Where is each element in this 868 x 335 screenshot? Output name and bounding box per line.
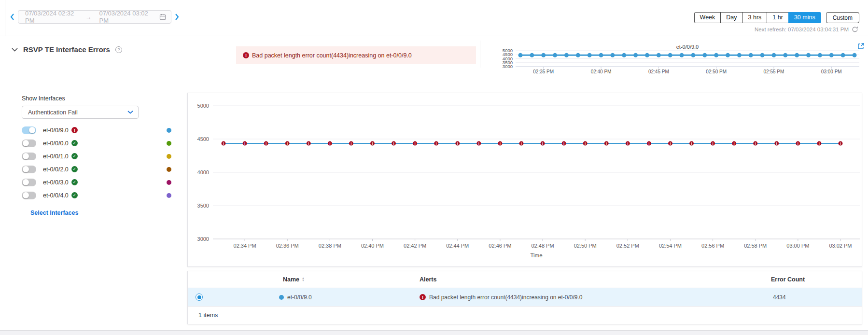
column-header-error-count: Error Count xyxy=(771,271,805,288)
svg-text:02:38 PM: 02:38 PM xyxy=(319,243,341,249)
interface-toggle[interactable] xyxy=(22,192,36,199)
toggle-knob xyxy=(23,179,29,185)
interface-row-et-0-0-2-0: et-0/0/2.0✓ xyxy=(22,163,181,176)
svg-text:!: ! xyxy=(776,142,777,145)
svg-text:!: ! xyxy=(563,142,564,145)
range-button-day[interactable]: Day xyxy=(720,12,742,23)
svg-text:3000: 3000 xyxy=(197,236,209,242)
column-label: Name xyxy=(283,276,299,283)
interface-name: et-0/0/1.0 xyxy=(43,153,69,160)
error-trend-chart: 5000450040003500300002:34 PM02:36 PM02:3… xyxy=(188,93,862,269)
table-body: et-0/0/9.0!Bad packet length error count… xyxy=(188,288,862,307)
series-color-dot xyxy=(167,154,171,159)
interface-toggle[interactable] xyxy=(22,153,36,160)
chevron-down-icon xyxy=(127,111,133,114)
range-button-3-hrs[interactable]: 3 hrs xyxy=(742,12,768,23)
interface-row-et-0-0-1-0: et-0/0/1.0✓ xyxy=(22,150,181,163)
ok-status-icon: ✓ xyxy=(71,153,78,159)
range-button-week[interactable]: Week xyxy=(694,12,721,23)
row-radio-selected[interactable] xyxy=(196,293,203,301)
svg-text:02:42 PM: 02:42 PM xyxy=(404,243,426,249)
svg-text:!: ! xyxy=(350,142,351,145)
svg-text:!: ! xyxy=(372,142,373,145)
range-button-group: WeekDay3 hrs1 hr30 mins xyxy=(694,12,821,23)
help-icon[interactable]: ? xyxy=(115,46,122,53)
sort-icon[interactable]: ▲▼ xyxy=(302,277,305,282)
date-range-input[interactable]: 07/03/2024 02:32 PM → 07/03/2024 03:02 P… xyxy=(18,10,171,24)
column-header-alerts: Alerts xyxy=(420,271,436,288)
toggle-knob xyxy=(23,153,29,159)
expand-icon[interactable] xyxy=(857,42,865,50)
svg-text:!: ! xyxy=(478,142,479,145)
range-button-30-mins[interactable]: 30 mins xyxy=(788,12,821,23)
svg-text:02:44 PM: 02:44 PM xyxy=(446,243,469,249)
svg-text:4500: 4500 xyxy=(197,136,209,142)
range-button-1-hr[interactable]: 1 hr xyxy=(767,12,789,23)
collapse-chevron-icon[interactable] xyxy=(12,48,18,52)
svg-text:02:52 PM: 02:52 PM xyxy=(616,243,639,249)
error-status-icon: ! xyxy=(71,127,78,133)
svg-text:!: ! xyxy=(798,142,798,145)
dashboard-screen: 07/03/2024 02:32 PM → 07/03/2024 03:02 P… xyxy=(0,0,868,335)
calendar-icon[interactable] xyxy=(159,14,166,20)
svg-text:!: ! xyxy=(414,142,415,145)
column-label: Error Count xyxy=(771,276,805,283)
interface-toggle[interactable] xyxy=(22,140,36,147)
svg-text:!: ! xyxy=(733,142,734,145)
svg-text:!: ! xyxy=(755,142,756,145)
interface-toggle[interactable] xyxy=(22,126,36,134)
svg-text:!: ! xyxy=(266,142,266,145)
ok-status-icon: ✓ xyxy=(71,166,78,172)
interface-filter-select[interactable]: Authentication Fail xyxy=(22,106,139,119)
svg-text:02:56 PM: 02:56 PM xyxy=(701,243,724,249)
svg-text:02:40 PM: 02:40 PM xyxy=(361,243,384,249)
svg-text:02:50 PM: 02:50 PM xyxy=(706,69,727,74)
prev-range-button[interactable] xyxy=(10,13,14,21)
svg-text:!: ! xyxy=(819,142,820,145)
alert-text: Bad packet length error count(4434)incre… xyxy=(429,294,583,301)
svg-text:02:46 PM: 02:46 PM xyxy=(489,243,511,249)
svg-text:!: ! xyxy=(329,142,330,145)
next-range-button[interactable] xyxy=(175,13,180,21)
svg-text:03:00 PM: 03:00 PM xyxy=(786,243,809,249)
series-color-dot xyxy=(167,128,171,133)
interface-toggle[interactable] xyxy=(22,166,36,173)
interface-toggle[interactable] xyxy=(22,179,36,186)
custom-range-button[interactable]: Custom xyxy=(826,12,859,23)
interface-name: et-0/0/3.0 xyxy=(43,179,69,186)
svg-text:5000: 5000 xyxy=(197,103,209,109)
show-interfaces-label: Show Interfaces xyxy=(22,95,181,102)
svg-text:03:02 PM: 03:02 PM xyxy=(829,243,852,249)
alert-icon: ! xyxy=(243,52,249,58)
time-range-buttons: WeekDay3 hrs1 hr30 mins Custom xyxy=(694,12,859,23)
interface-table: Name▲▼AlertsError Count et-0/0/9.0!Bad p… xyxy=(187,271,862,324)
svg-text:et-0/0/9.0: et-0/0/9.0 xyxy=(676,44,699,50)
svg-text:!: ! xyxy=(457,142,458,145)
date-range-start: 07/03/2024 02:32 PM xyxy=(25,10,78,24)
interface-name: et-0/0/0.0 xyxy=(43,140,69,147)
column-header-name[interactable]: Name▲▼ xyxy=(283,271,305,288)
svg-text:02:35 PM: 02:35 PM xyxy=(533,69,554,74)
interface-sidebar: Show Interfaces Authentication Fail et-0… xyxy=(22,95,181,217)
toggle-knob xyxy=(23,140,29,146)
error-count-cell: 4434 xyxy=(773,288,786,306)
svg-text:02:36 PM: 02:36 PM xyxy=(276,243,299,249)
svg-text:!: ! xyxy=(840,142,841,145)
table-row[interactable]: et-0/0/9.0!Bad packet length error count… xyxy=(188,288,862,307)
alert-banner: ! Bad packet length error count(4434)inc… xyxy=(236,46,476,64)
toolbar-divider xyxy=(0,36,868,36)
select-interfaces-link[interactable]: Select Interfaces xyxy=(30,209,78,216)
svg-text:!: ! xyxy=(542,142,543,145)
svg-text:!: ! xyxy=(648,142,649,145)
interface-row-et-0-0-4-0: et-0/0/4.0✓ xyxy=(22,189,181,202)
svg-text:02:50 PM: 02:50 PM xyxy=(574,243,597,249)
svg-text:02:55 PM: 02:55 PM xyxy=(764,69,784,74)
column-label: Alerts xyxy=(420,276,436,283)
svg-text:!: ! xyxy=(436,142,437,145)
svg-text:!: ! xyxy=(712,142,713,145)
toggle-knob xyxy=(23,166,29,172)
svg-text:02:45 PM: 02:45 PM xyxy=(648,69,669,74)
refresh-icon[interactable] xyxy=(852,26,858,33)
series-color-dot xyxy=(279,295,284,300)
interface-list: et-0/0/9.0!et-0/0/0.0✓et-0/0/1.0✓et-0/0/… xyxy=(22,124,181,202)
